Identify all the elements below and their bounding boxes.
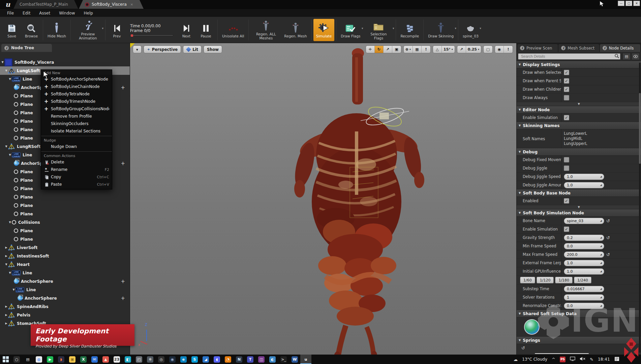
menu-item-softbodyanchorspherenode[interactable]: +SoftBodyAnchorSphereNode	[41, 75, 112, 83]
drag-handle-icon[interactable]: ◢	[600, 296, 602, 299]
drag-handle-icon[interactable]: ◢	[600, 287, 602, 290]
menu-file[interactable]: File	[3, 11, 18, 16]
asset-tab-1[interactable]: CombatTestMap_P_Main	[13, 0, 78, 9]
tree-row-plane[interactable]: Plane	[0, 226, 130, 235]
tab-node-details[interactable]: iNode Details	[600, 44, 640, 52]
maximize-button[interactable]: ▢	[625, 1, 632, 6]
drag-handle-icon[interactable]: ◢	[600, 236, 602, 239]
paint-icon[interactable]: ◐	[267, 355, 278, 364]
shared-data-thumbnail[interactable]	[524, 319, 540, 335]
tree-expander-icon[interactable]: ▶	[4, 254, 8, 257]
checkbox[interactable]	[564, 157, 569, 162]
value-input[interactable]: 0.0◢	[564, 243, 604, 249]
section-expand-button[interactable]: ▼	[517, 102, 641, 106]
tree-row-plane[interactable]: Plane	[0, 193, 130, 201]
tree-expander-icon[interactable]: ▼	[8, 78, 12, 81]
spine-03-button[interactable]: ▾spine_03	[460, 18, 481, 42]
section-header-display-settings[interactable]: ▼Display Settings	[517, 61, 641, 68]
camera-speed-button[interactable]: ◉	[495, 46, 504, 53]
grid-snap-value[interactable]: !	[422, 46, 430, 53]
discord-icon[interactable]: ◖	[211, 355, 222, 364]
section-header-soft-body-simulation-node[interactable]: ▼Soft Body Simulation Node	[517, 209, 641, 217]
save-button[interactable]: Save	[2, 18, 22, 42]
mail-icon[interactable]: ✉	[89, 355, 100, 364]
tree-row-line[interactable]: ▼LINECHAINLine	[0, 285, 130, 294]
hidden-icons-chevron[interactable]: ^	[552, 357, 555, 362]
start-button[interactable]	[0, 355, 11, 364]
tree-row-line[interactable]: ▼LINECHAINLine	[0, 269, 130, 277]
display-tray-icon[interactable]	[570, 357, 575, 362]
rotation-snap-value[interactable]: 15°▾	[442, 46, 455, 53]
vscode-icon[interactable]: ◢	[200, 355, 211, 364]
value-input[interactable]: 1.0◢	[564, 260, 604, 266]
media-player-icon[interactable]: ▶	[44, 355, 56, 364]
translate-tool[interactable]: ✛	[366, 46, 375, 53]
menu-item-delete[interactable]: Delete	[41, 158, 112, 166]
menu-item-paste[interactable]: PasteCtrl+V	[41, 181, 112, 188]
drag-handle-icon[interactable]: ◢	[600, 219, 602, 222]
visibility-filter-button[interactable]	[632, 53, 640, 60]
reset-to-default-icon[interactable]: ↺	[606, 235, 610, 240]
value-input[interactable]: 1.0◢	[564, 174, 604, 180]
chevron-down-icon[interactable]: ▾	[480, 27, 481, 30]
tree-row-plane[interactable]: Plane	[0, 210, 130, 218]
skype-icon[interactable]: S	[189, 355, 200, 364]
tree-row-plane[interactable]: Plane	[0, 201, 130, 210]
terminal-icon[interactable]: >_	[278, 355, 289, 364]
camera-speed-value[interactable]: !	[504, 46, 513, 53]
drag-handle-icon[interactable]: ◢	[600, 253, 602, 256]
photos-icon[interactable]: ◧	[122, 355, 133, 364]
volume-muted-icon[interactable]	[580, 357, 585, 362]
selection-flags-button[interactable]: ▾Selection Flags	[363, 18, 394, 42]
tree-expander-icon[interactable]: ▼	[4, 263, 8, 266]
tree-row-heart[interactable]: ▼Heart	[0, 260, 130, 269]
menu-item-rename[interactable]: *RenameF2	[41, 166, 112, 173]
preview-animation-button[interactable]: ▾Preview Animation	[72, 18, 103, 42]
tab-mesh-subsect[interactable]: iMesh Subsect	[558, 44, 599, 52]
drag-handle-icon[interactable]: ◢	[600, 175, 602, 178]
tree-expander-icon[interactable]: ▶	[4, 305, 8, 308]
preset-1-240[interactable]: 1/240	[574, 277, 591, 283]
recompile-button[interactable]: Recompile	[398, 18, 422, 42]
preset-1-180[interactable]: 1/180	[555, 277, 573, 283]
file-explorer-icon[interactable]: ▣	[67, 355, 78, 364]
asset-tab-2[interactable]: SoftBody_Viscera✕	[79, 0, 144, 9]
maximize-viewport-button[interactable]: ▢	[484, 46, 492, 53]
menu-item-softbodytetranode[interactable]: +SoftBodyTetraNode	[41, 90, 112, 98]
grid-snap-toggle[interactable]: ▦	[413, 46, 422, 53]
menu-item-nudge-down[interactable]: Nudge Down	[41, 143, 112, 150]
checkbox[interactable]	[564, 95, 569, 100]
menu-item-softbodylinechainnode[interactable]: +SoftBodyLineChainNode	[41, 83, 112, 90]
drag-handle-icon[interactable]: ◢	[600, 184, 602, 186]
draw-skinning-button[interactable]: ▾Draw Skinning	[425, 18, 456, 42]
tree-row-anchorsphere[interactable]: AnchorSphere+	[0, 277, 130, 285]
hide-mesh-button[interactable]: Hide Mesh	[45, 18, 69, 42]
preset-1-120[interactable]: 1/120	[537, 277, 554, 283]
browse-button[interactable]: Browse	[22, 18, 41, 42]
search-icon[interactable]: ○	[11, 355, 22, 364]
word-icon[interactable]: W	[289, 355, 300, 364]
chrome-icon[interactable]: ◍	[33, 355, 44, 364]
value-input[interactable]: 0.2◢	[564, 235, 604, 241]
value-input[interactable]: 200.0◢	[564, 251, 604, 258]
close-button[interactable]: ✕	[633, 1, 640, 6]
value-input[interactable]: 0.0◢	[564, 303, 604, 309]
rotate-tool[interactable]: ↻	[375, 46, 384, 53]
menu-item-remove-from-profile[interactable]: Remove from Profile	[41, 113, 112, 120]
timeline-scrubber[interactable]	[130, 35, 173, 36]
teams-icon[interactable]: T	[245, 355, 256, 364]
next-button[interactable]: Next	[177, 18, 196, 42]
playstation-tray-icon[interactable]: PS	[560, 357, 566, 362]
value-input[interactable]: spine_03◢	[564, 218, 604, 224]
menu-window[interactable]: Window	[55, 11, 79, 16]
value-input[interactable]: 0.016667◢	[564, 286, 604, 292]
rotation-snap-toggle[interactable]: △	[433, 46, 442, 53]
node-tree-tab[interactable]: i Node Tree	[1, 44, 52, 52]
reset-to-default-icon[interactable]: ↺	[521, 345, 589, 351]
value-input[interactable]: 1.0◢	[564, 182, 604, 188]
show-button[interactable]: Show	[204, 46, 222, 53]
chevron-down-icon[interactable]: ▾	[455, 27, 457, 30]
blender-icon[interactable]: ◔	[222, 355, 234, 364]
checkbox[interactable]	[564, 165, 569, 171]
tree-row-anchorsphere[interactable]: AnchorSphere+	[0, 294, 130, 302]
